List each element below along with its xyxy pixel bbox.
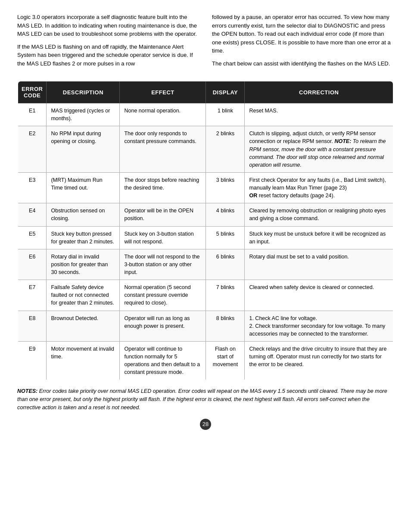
intro-left-p2: If the MAS LED is flashing on and off ra…: [17, 43, 199, 68]
cell-display: 4 blinks: [206, 203, 245, 226]
notes-section: NOTES: Error codes take priority over no…: [17, 387, 394, 411]
cell-effect: The door stops before reaching the desir…: [120, 172, 206, 203]
cell-effect: Normal operation (5 second constant pres…: [120, 280, 206, 311]
cell-error-code: E4: [18, 203, 47, 226]
intro-left: Logic 3.0 operators incorporate a self d…: [17, 13, 199, 72]
table-row: E3(MRT) Maximum Run Time timed out.The d…: [18, 172, 393, 203]
cell-correction: Reset MAS.: [245, 103, 393, 126]
table-row: E4Obstruction sensed on closing.Operator…: [18, 203, 393, 226]
cell-display: 6 blinks: [206, 249, 245, 280]
error-code-table: ERROR CODE DESCRIPTION EFFECT DISPLAY CO…: [17, 81, 394, 380]
cell-error-code: E9: [18, 341, 47, 380]
table-row: E2No RPM input during opening or closing…: [18, 126, 393, 173]
cell-description: (MRT) Maximum Run Time timed out.: [47, 172, 120, 203]
table-row: E1MAS triggered (cycles or months).None …: [18, 103, 393, 126]
cell-description: Brownout Detected.: [47, 311, 120, 341]
intro-right-p2: The chart below can assist with identify…: [212, 59, 394, 68]
col-header-display: DISPLAY: [206, 81, 245, 103]
col-header-effect: EFFECT: [120, 81, 206, 103]
table-row: E6Rotary dial in invalid position for gr…: [18, 249, 393, 280]
intro-section: Logic 3.0 operators incorporate a self d…: [17, 13, 394, 72]
cell-description: Stuck key button pressed for greater tha…: [47, 226, 120, 249]
cell-error-code: E2: [18, 126, 47, 173]
table-row: E8Brownout Detected.Operator will run as…: [18, 311, 393, 341]
cell-display: 5 blinks: [206, 226, 245, 249]
cell-description: Motor movement at invalid time.: [47, 341, 120, 380]
notes-text: Error codes take priority over normal MA…: [17, 388, 387, 411]
cell-error-code: E6: [18, 249, 47, 280]
cell-display: 1 blink: [206, 103, 245, 126]
table-row: E7Failsafe Safety device faulted or not …: [18, 280, 393, 311]
cell-correction: First check Operator for any faults (i.e…: [245, 172, 393, 203]
cell-effect: The door only responds to constant press…: [120, 126, 206, 173]
cell-description: MAS triggered (cycles or months).: [47, 103, 120, 126]
cell-correction: Clutch is slipping, adjust clutch, or ve…: [245, 126, 393, 173]
cell-error-code: E3: [18, 172, 47, 203]
col-header-description: DESCRIPTION: [47, 81, 120, 103]
table-row: E5Stuck key button pressed for greater t…: [18, 226, 393, 249]
cell-display: Flash on start of movement: [206, 341, 245, 380]
cell-description: No RPM input during opening or closing.: [47, 126, 120, 173]
cell-correction: Rotary dial must be set to a valid posit…: [245, 249, 393, 280]
cell-correction: Cleared by removing obstruction or reali…: [245, 203, 393, 226]
cell-correction: Check relays and the drive circuitry to …: [245, 341, 393, 380]
cell-correction: Stuck key must be unstuck before it will…: [245, 226, 393, 249]
table-header-row: ERROR CODE DESCRIPTION EFFECT DISPLAY CO…: [18, 81, 393, 103]
cell-correction: Cleared when safety device is cleared or…: [245, 280, 393, 311]
cell-error-code: E8: [18, 311, 47, 341]
col-header-error-code: ERROR CODE: [18, 81, 47, 103]
cell-effect: Operator will run as long as enough powe…: [120, 311, 206, 341]
cell-description: Obstruction sensed on closing.: [47, 203, 120, 226]
cell-error-code: E7: [18, 280, 47, 311]
cell-description: Rotary dial in invalid position for grea…: [47, 249, 120, 280]
cell-effect: Operator will be in the OPEN position.: [120, 203, 206, 226]
cell-display: 3 blinks: [206, 172, 245, 203]
cell-error-code: E1: [18, 103, 47, 126]
cell-effect: None normal operation.: [120, 103, 206, 126]
page-number-container: 28: [17, 419, 394, 430]
col-header-correction: CORRECTION: [245, 81, 393, 103]
cell-effect: Stuck key on 3-button station will not r…: [120, 226, 206, 249]
cell-display: 8 blinks: [206, 311, 245, 341]
table-row: E9Motor movement at invalid time.Operato…: [18, 341, 393, 380]
page-number: 28: [200, 419, 211, 430]
cell-display: 2 blinks: [206, 126, 245, 173]
cell-description: Failsafe Safety device faulted or not co…: [47, 280, 120, 311]
cell-effect: Operator will continue to function norma…: [120, 341, 206, 380]
cell-display: 7 blinks: [206, 280, 245, 311]
intro-left-p1: Logic 3.0 operators incorporate a self d…: [17, 13, 199, 38]
notes-label: NOTES:: [17, 388, 37, 394]
cell-correction: 1. Check AC line for voltage.2. Check tr…: [245, 311, 393, 341]
intro-right: followed by a pause, an operator error h…: [212, 13, 394, 72]
cell-effect: The door will not respond to the 3-butto…: [120, 249, 206, 280]
cell-error-code: E5: [18, 226, 47, 249]
intro-right-p1: followed by a pause, an operator error h…: [212, 13, 394, 55]
